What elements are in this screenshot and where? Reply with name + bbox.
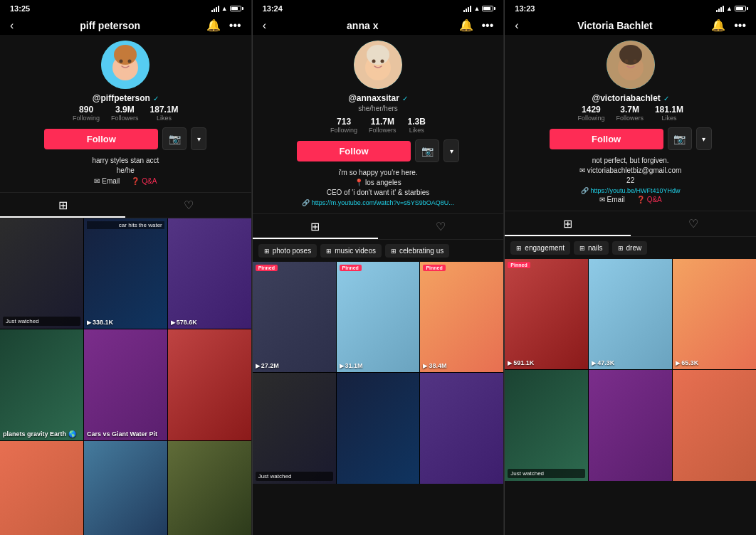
verified-badge: ✓ — [402, 95, 408, 102]
likes-label: Likes — [157, 115, 172, 122]
profile-section: @piffpeterson ✓ 890 Following 3.9M Follo… — [0, 35, 251, 192]
playlist-tab-2[interactable]: ⊞ celebrating us — [385, 244, 449, 258]
bio-link[interactable]: 🔗 https://youtu.be/HWFt410YHdw — [522, 187, 739, 194]
grid-icon: ⊞ — [563, 217, 572, 231]
dropdown-button[interactable]: ▾ — [443, 139, 459, 162]
status-bar: 13:24 ▲ — [253, 0, 504, 16]
stat-likes: 181.1M Likes — [655, 105, 683, 122]
video-thumb-3[interactable]: planets gravity Earth 🌎 — [0, 329, 83, 440]
video-thumb-1[interactable]: Pinned ▶31.1M — [337, 262, 420, 372]
bell-icon[interactable]: 🔔 — [206, 18, 221, 32]
pinned-badge: Pinned — [256, 265, 278, 271]
back-button[interactable]: ‹ — [10, 19, 14, 32]
tab-videos[interactable]: ⊞ — [0, 193, 125, 218]
video-thumb-1[interactable]: ▶47.3K — [589, 259, 672, 369]
followers-label: Followers — [369, 127, 397, 134]
playlist-icon: ⊞ — [391, 248, 397, 255]
likes-count: 187.1M — [150, 105, 179, 115]
instagram-button[interactable]: 📷 — [668, 127, 692, 150]
video-thumb-3[interactable]: Just watched — [505, 370, 588, 480]
more-icon[interactable]: ••• — [482, 19, 494, 32]
video-thumb-4[interactable]: Cars vs Giant Water Pit — [84, 329, 167, 440]
dropdown-button[interactable]: ▾ — [696, 127, 712, 150]
video-thumb-0[interactable]: Just watched — [0, 218, 83, 329]
panel-piff: 13:25 ▲ ‹ piff peterson 🔔 ••• — [0, 0, 252, 535]
tab-videos[interactable]: ⊞ — [253, 214, 378, 239]
svg-point-4 — [120, 60, 123, 63]
playlist-tab-1[interactable]: ⊞ music videos — [320, 244, 382, 258]
video-thumb-7[interactable]: ▶4.4M — [84, 441, 167, 535]
qa-link[interactable]: ❓ Q&A — [636, 196, 662, 203]
bio-section: harry styles stan accthe/he ✉ Email ❓ Q&… — [10, 156, 241, 188]
bell-icon[interactable]: 🔔 — [459, 18, 473, 32]
followers-count: 3.7M — [620, 105, 639, 115]
video-thumb-0[interactable]: Pinned ▶591.1K — [505, 259, 588, 369]
video-thumb-8[interactable]: ▶274.9K — [168, 441, 251, 535]
pronouns: she/her/hers — [358, 105, 398, 112]
tab-liked[interactable]: ♡ — [125, 193, 251, 218]
email-link[interactable]: ✉ Email — [599, 196, 625, 203]
video-thumb-4[interactable] — [337, 373, 420, 483]
video-thumb-1[interactable]: car hits the water ▶338.1K — [84, 218, 167, 329]
video-thumb-5[interactable] — [420, 373, 503, 483]
tab-liked[interactable]: ♡ — [378, 214, 503, 239]
video-thumb-0[interactable]: Pinned ▶27.2M — [253, 262, 336, 372]
following-label: Following — [330, 127, 357, 134]
video-grid: Pinned ▶591.1K ▶47.3K ▶65.3K — [505, 259, 756, 481]
back-button[interactable]: ‹ — [263, 19, 266, 32]
username-row: @annaxsitar ✓ — [348, 93, 408, 103]
playlist-icon: ⊞ — [264, 248, 270, 255]
view-count: ▶38.4M — [423, 362, 446, 369]
video-thumb-5[interactable] — [168, 329, 251, 440]
more-icon[interactable]: ••• — [734, 19, 746, 32]
bio-text: i'm so happy you're here.📍 los angelesCE… — [270, 168, 487, 198]
wifi-icon: ▲ — [726, 5, 733, 12]
playlist-tab-0[interactable]: ⊞ photo poses — [258, 244, 317, 258]
follow-button[interactable]: Follow — [550, 129, 663, 149]
dropdown-button[interactable]: ▾ — [191, 127, 206, 150]
playlist-tab-1[interactable]: ⊞ nails — [574, 241, 609, 255]
video-thumb-6[interactable]: ▶3.5M — [0, 441, 83, 535]
video-thumb-2[interactable]: ▶578.6K — [168, 218, 251, 329]
video-thumb-3[interactable]: Just watched — [253, 373, 336, 483]
follow-button[interactable]: Follow — [297, 141, 411, 161]
nav-right: 🔔 ••• — [711, 18, 746, 32]
tab-videos[interactable]: ⊞ — [505, 211, 630, 236]
tab-liked[interactable]: ♡ — [631, 211, 756, 236]
playlist-label: celebrating us — [399, 247, 443, 255]
verified-badge: ✓ — [153, 95, 159, 102]
bio-section: not perfect, but forgiven.✉ victoriabach… — [515, 156, 746, 206]
bio-link[interactable]: 🔗 https://m.youtube.com/watch?v=s5YS9bOA… — [270, 199, 487, 206]
likes-label: Likes — [661, 115, 676, 122]
battery-icon — [230, 6, 241, 11]
following-count: 713 — [337, 117, 351, 127]
panel-anna: 13:24 ▲ ‹ anna x 🔔 ••• — [253, 0, 505, 535]
panel-scroll: @piffpeterson ✓ 890 Following 3.9M Follo… — [0, 35, 251, 535]
followers-count: 11.7M — [371, 117, 394, 127]
back-button[interactable]: ‹ — [515, 19, 518, 32]
playlist-label: engagement — [525, 244, 565, 252]
follow-button[interactable]: Follow — [44, 129, 158, 149]
video-grid: Just watched car hits the water ▶338.1K — [0, 218, 251, 535]
email-link[interactable]: ✉ Email — [94, 177, 120, 185]
bell-icon[interactable]: 🔔 — [711, 18, 725, 32]
stat-likes: 1.3B Likes — [408, 117, 426, 134]
playlist-icon: ⊞ — [618, 245, 624, 252]
profile-tabs: ⊞ ♡ — [505, 211, 756, 237]
instagram-button[interactable]: 📷 — [162, 127, 187, 150]
more-icon[interactable]: ••• — [229, 19, 241, 32]
video-thumb-2[interactable]: ▶65.3K — [673, 259, 756, 369]
qa-link[interactable]: ❓ Q&A — [131, 177, 157, 185]
signal-icon — [463, 6, 471, 12]
just-watched-label: Just watched — [256, 472, 333, 481]
playlist-tab-0[interactable]: ⊞ engagement — [510, 241, 570, 255]
following-count: 1429 — [582, 105, 601, 115]
video-thumb-5[interactable] — [673, 370, 756, 480]
video-thumb-2[interactable]: Pinned ▶38.4M — [420, 262, 503, 372]
status-bar: 13:25 ▲ — [0, 0, 251, 16]
instagram-button[interactable]: 📷 — [415, 139, 439, 162]
playlist-tab-2[interactable]: ⊞ drew — [612, 241, 648, 255]
video-thumb-4[interactable] — [589, 370, 672, 480]
bio-text: not perfect, but forgiven.✉ victoriabach… — [522, 156, 739, 186]
stat-following: 890 Following — [73, 105, 100, 122]
